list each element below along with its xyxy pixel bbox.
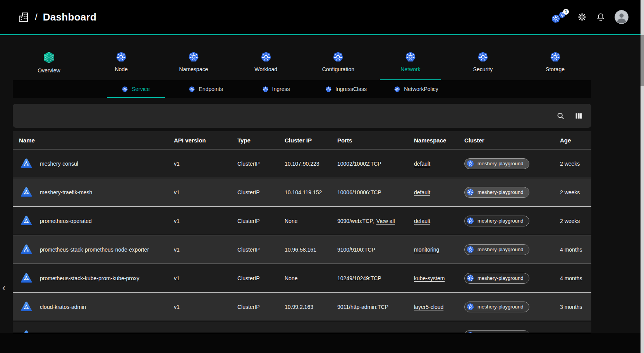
service-name-cell: cloud-kratos-admin	[13, 300, 168, 314]
column-header-ports[interactable]: Ports	[331, 137, 408, 144]
table-body: meshery-consul v1 ClusterIP 10.107.90.22…	[13, 149, 591, 333]
kubernetes-icon	[122, 86, 128, 93]
namespace-link[interactable]: layer5-cloud	[414, 304, 443, 310]
cluster-name: meshery-playground	[477, 304, 524, 310]
settings-button[interactable]	[577, 12, 587, 22]
tab-security[interactable]: Security	[447, 51, 519, 79]
cluster-name: meshery-playground	[477, 218, 524, 224]
ports-text: 10006/10006:TCP	[337, 189, 381, 195]
cluster-cell: meshery-playground	[458, 158, 554, 169]
column-header-api-version[interactable]: API version	[168, 137, 231, 144]
column-header-cluster-ip[interactable]: Cluster IP	[278, 137, 331, 144]
cluster-chip[interactable]: meshery-playground	[464, 158, 529, 169]
tab-label: Network	[400, 66, 420, 72]
network-subtabs: Service Endpoints Ingress IngressClass N…	[13, 80, 591, 98]
age-cell: 3 months	[554, 304, 591, 310]
service-name-cell: meshery-traefik-mesh	[13, 186, 168, 199]
tab-workload[interactable]: Workload	[230, 51, 302, 79]
cluster-name: meshery-playground	[477, 161, 524, 166]
collapse-drawer-button[interactable]: ‹	[0, 281, 8, 294]
service-icon	[19, 243, 34, 256]
profile-button[interactable]	[615, 10, 629, 24]
column-header-namespace[interactable]: Namespace	[408, 137, 458, 144]
subtab-endpoints[interactable]: Endpoints	[171, 80, 241, 98]
cluster-chip[interactable]: meshery-playground	[464, 244, 529, 255]
ports-cell: 10006/10006:TCP	[331, 189, 408, 195]
header-actions: 1	[551, 10, 629, 24]
search-button[interactable]	[556, 112, 565, 120]
tab-storage[interactable]: Storage	[519, 51, 591, 79]
cluster-ip-cell: 10.96.58.161	[278, 247, 331, 253]
kubernetes-icon	[115, 51, 127, 63]
table-header-row: Name API version Type Cluster IP Ports N…	[13, 131, 591, 149]
service-icon	[19, 214, 34, 228]
column-header-age[interactable]: Age	[554, 137, 591, 144]
subtab-ingress[interactable]: Ingress	[241, 80, 311, 98]
cluster-cell: meshery-playground	[458, 302, 554, 312]
ports-cell: 9100/9100:TCP	[331, 247, 408, 253]
column-header-cluster[interactable]: Cluster	[458, 137, 554, 144]
service-name-cell: prometheus-operated	[13, 214, 168, 228]
tab-label: Configuration	[322, 66, 354, 72]
api-version-cell: v1	[168, 247, 231, 253]
tab-label: Namespace	[179, 66, 208, 72]
column-header-name[interactable]: Name	[13, 137, 168, 144]
cluster-chip[interactable]: meshery-playground	[464, 187, 529, 198]
tab-configuration[interactable]: Configuration	[302, 51, 374, 79]
namespace-link[interactable]: default	[414, 218, 430, 224]
namespace-link[interactable]: monitoring	[414, 247, 439, 253]
ports-text: 9090/web:TCP,	[337, 218, 374, 224]
table-row[interactable]: meshery meshery-playground	[13, 321, 591, 333]
service-icon	[19, 300, 34, 314]
ports-cell: 10002/10002:TCP	[331, 161, 408, 167]
view-all-link[interactable]: View all	[376, 218, 395, 224]
ports-cell: 9011/http-admin:TCP	[331, 304, 408, 310]
cluster-chip[interactable]: meshery-playground	[464, 330, 529, 334]
cluster-ip-cell: None	[278, 275, 331, 281]
table-row[interactable]: prometheus-stack-kube-prom-kube-proxy v1…	[13, 264, 591, 292]
column-header-type[interactable]: Type	[231, 137, 278, 144]
namespace-link[interactable]: default	[414, 161, 430, 167]
table-row[interactable]: prometheus-operated v1 ClusterIP None 90…	[13, 206, 591, 235]
scrollbar-thumb[interactable]	[641, 35, 644, 86]
tab-label: Node	[115, 66, 127, 72]
tab-node[interactable]: Node	[85, 51, 158, 79]
namespace-cell: default	[408, 189, 458, 195]
tab-network[interactable]: Network	[374, 51, 447, 79]
subtab-label: Service	[132, 86, 150, 92]
cluster-cell: meshery-playground	[458, 216, 554, 226]
view-columns-button[interactable]	[575, 112, 583, 120]
organization-icon[interactable]	[18, 11, 29, 23]
subtab-ingressclass[interactable]: IngressClass	[311, 80, 381, 98]
page-title: Dashboard	[43, 11, 97, 23]
tab-label: Storage	[546, 66, 565, 72]
service-name-cell	[13, 329, 168, 334]
namespace-link[interactable]: default	[414, 189, 430, 195]
cluster-ip-cell: None	[278, 218, 331, 224]
subtab-networkpolicy[interactable]: NetworkPolicy	[381, 80, 451, 98]
service-icon	[19, 157, 34, 170]
dashboard-main: Overview Node Namespace Workload Configu…	[13, 51, 591, 333]
kubernetes-icon	[466, 217, 474, 225]
ports-text: 9100/9100:TCP	[337, 247, 375, 253]
cluster-status-button[interactable]: 1	[551, 10, 568, 24]
tab-overview[interactable]: Overview	[13, 51, 85, 79]
table-row[interactable]: cloud-kratos-admin v1 ClusterIP 10.99.2.…	[13, 292, 591, 321]
tab-label: Overview	[38, 67, 60, 74]
cluster-chip[interactable]: meshery-playground	[464, 302, 529, 312]
namespace-cell: kube-system	[408, 275, 458, 281]
notifications-button[interactable]	[596, 12, 605, 22]
table-row[interactable]: meshery-traefik-mesh v1 ClusterIP 10.104…	[13, 178, 591, 206]
cluster-chip[interactable]: meshery-playground	[464, 273, 529, 284]
gear-icon	[577, 12, 587, 22]
type-cell: ClusterIP	[231, 218, 278, 224]
subtab-service[interactable]: Service	[101, 80, 171, 98]
cluster-chip[interactable]: meshery-playground	[464, 216, 529, 226]
namespace-link[interactable]: kube-system	[414, 275, 445, 281]
bell-icon	[596, 12, 605, 22]
kubernetes-icon	[262, 86, 269, 93]
tab-namespace[interactable]: Namespace	[158, 51, 230, 79]
table-row[interactable]: meshery-consul v1 ClusterIP 10.107.90.22…	[13, 149, 591, 178]
search-icon	[556, 112, 565, 120]
table-row[interactable]: prometheus-stack-prometheus-node-exporte…	[13, 235, 591, 264]
